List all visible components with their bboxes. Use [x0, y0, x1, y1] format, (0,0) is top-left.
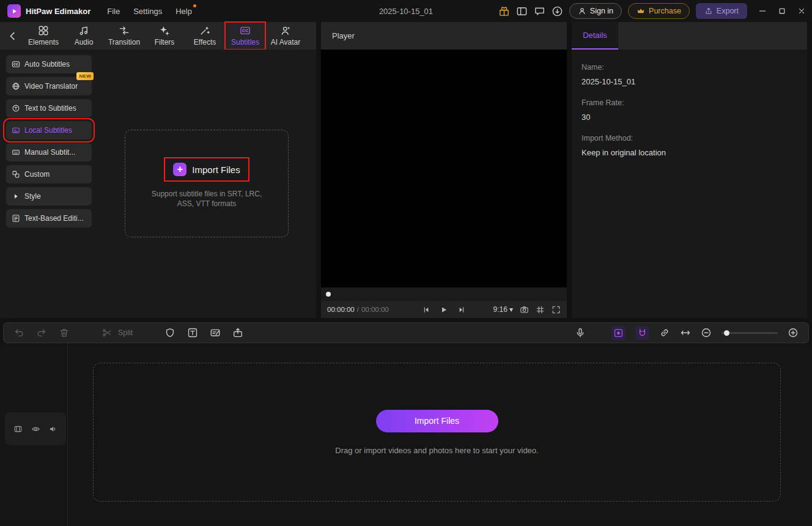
menu-file[interactable]: File	[107, 7, 120, 16]
time-separator: /	[357, 306, 359, 313]
close-button[interactable]	[797, 7, 806, 15]
previous-frame-icon[interactable]	[422, 305, 431, 314]
user-icon	[578, 7, 586, 15]
effects-icon	[199, 25, 210, 36]
sidebar-item-text-based-editing[interactable]: Text-Based Editi...	[6, 209, 92, 228]
sign-in-button[interactable]: Sign in	[569, 3, 622, 19]
play-icon[interactable]	[440, 305, 449, 314]
tab-label: Transition	[108, 38, 140, 46]
text-tool-icon[interactable]	[187, 327, 198, 338]
timeline-area: Import Files Drag or import videos and p…	[0, 343, 812, 526]
import-hint: Support subtitle files in SRT, LRC, ASS,…	[152, 189, 262, 209]
transport-controls	[422, 305, 467, 314]
menu-settings[interactable]: Settings	[133, 7, 162, 16]
auto-subtitles-icon	[12, 60, 20, 69]
mask-icon[interactable]	[164, 327, 175, 338]
next-frame-icon[interactable]	[457, 305, 467, 314]
tab-subtitles[interactable]: Subtitles	[225, 22, 265, 50]
sidebar-item-label: Manual Subtit...	[24, 148, 75, 157]
player-seekbar[interactable]	[321, 287, 567, 301]
sidebar-item-custom[interactable]: Custom	[6, 165, 92, 183]
titlebar-actions: Sign in Purchase Export	[498, 0, 806, 22]
subtitle-import-dropzone[interactable]: + Import Files Support subtitle files in…	[125, 130, 289, 237]
sidebar-item-local-subtitles[interactable]: Local Subtitles	[6, 121, 92, 139]
sidebar-item-text-to-subtitles[interactable]: Text to Subtitles	[6, 99, 92, 117]
media-dropzone[interactable]: Import Files Drag or import videos and p…	[93, 363, 781, 502]
export-label: Export	[717, 7, 739, 15]
split-label: Split	[118, 328, 133, 337]
magnet-icon[interactable]	[635, 326, 649, 340]
zoom-in-icon[interactable]	[788, 327, 799, 338]
seek-handle[interactable]	[326, 292, 331, 297]
sidebar-item-style[interactable]: Style	[6, 187, 92, 206]
snapshot-icon[interactable]	[520, 305, 529, 314]
tab-details[interactable]: Details	[572, 22, 618, 50]
tab-transition[interactable]: Transition	[104, 22, 144, 50]
grid-icon[interactable]	[536, 305, 545, 314]
field-value: 30	[581, 113, 797, 122]
field-name: Name: 2025-10-15_01	[581, 63, 797, 86]
zoom-slider[interactable]	[722, 332, 778, 334]
export-button[interactable]: Export	[696, 3, 747, 19]
redo-icon[interactable]	[36, 327, 47, 338]
keyframe-icon[interactable]	[611, 326, 626, 340]
import-files-button[interactable]: + Import Files	[165, 158, 248, 180]
feedback-icon[interactable]	[534, 6, 545, 17]
app-window: HitPaw Edimakor File Settings Help 2025-…	[0, 0, 812, 526]
tab-label: Subtitles	[231, 38, 259, 46]
app-logo-icon	[7, 4, 21, 18]
sidebar-item-label: Video Translator	[24, 82, 78, 91]
import-files-label: Import Files	[192, 165, 240, 175]
tab-label: Filters	[155, 38, 175, 46]
extract-frame-icon[interactable]	[232, 327, 243, 338]
split-scissors-icon[interactable]	[102, 327, 113, 338]
expander-triangle-icon	[12, 192, 20, 201]
player-controls: 00:00:00/00:00:00 9:16 ▾	[321, 301, 567, 318]
field-label: Frame Rate:	[581, 98, 797, 107]
maximize-button[interactable]	[778, 7, 786, 15]
visibility-icon[interactable]	[31, 424, 40, 434]
purchase-button[interactable]: Purchase	[628, 3, 690, 19]
tab-effects[interactable]: Effects	[185, 22, 225, 50]
track-thumbnail-icon[interactable]	[13, 424, 23, 434]
timeline-import-files-button[interactable]: Import Files	[376, 410, 498, 432]
player-tools: 9:16 ▾	[493, 305, 561, 314]
sidebar-item-manual-subtitles[interactable]: Manual Subtit...	[6, 143, 92, 161]
gift-icon[interactable]	[498, 6, 510, 17]
aspect-ratio-dropdown[interactable]: 9:16 ▾	[493, 305, 513, 314]
sidebar-item-label: Custom	[24, 170, 50, 179]
video-preview[interactable]	[321, 50, 567, 287]
tab-filters[interactable]: Filters	[144, 22, 185, 50]
voiceover-mic-icon[interactable]	[575, 327, 586, 338]
delete-icon[interactable]	[59, 327, 70, 338]
custom-icon	[12, 170, 20, 179]
tab-audio[interactable]: Audio	[64, 22, 104, 50]
mute-speaker-icon[interactable]	[48, 424, 57, 434]
subtitle-edit-icon[interactable]	[210, 327, 221, 338]
tab-label: Effects	[194, 38, 216, 46]
time-display: 00:00:00/00:00:00	[327, 306, 389, 313]
minimize-button[interactable]	[758, 7, 767, 15]
fit-timeline-icon[interactable]	[680, 327, 691, 338]
tab-ai-avatar[interactable]: AI Avatar	[265, 22, 306, 50]
text-to-subtitles-icon	[12, 104, 20, 113]
layout-panels-icon[interactable]	[516, 6, 528, 17]
back-icon[interactable]	[7, 31, 18, 42]
zoom-out-icon[interactable]	[701, 327, 712, 338]
titlebar: HitPaw Edimakor File Settings Help 2025-…	[0, 0, 812, 22]
link-icon[interactable]	[659, 327, 670, 338]
sidebar-item-auto-subtitles[interactable]: Auto Subtitles	[6, 55, 92, 73]
tab-elements[interactable]: Elements	[23, 22, 64, 50]
tab-label: Elements	[28, 38, 59, 46]
zoom-slider-handle[interactable]	[724, 330, 729, 336]
plus-glyph: +	[177, 165, 183, 174]
details-tab-label: Details	[583, 31, 607, 40]
notification-dot	[193, 4, 196, 7]
fullscreen-icon[interactable]	[552, 305, 561, 314]
elements-icon	[38, 25, 49, 36]
undo-icon[interactable]	[13, 327, 24, 338]
menu-help[interactable]: Help	[175, 7, 192, 16]
download-icon[interactable]	[552, 6, 563, 17]
sidebar-item-video-translator[interactable]: Video Translator NEW	[6, 77, 92, 95]
subtitles-icon	[240, 25, 251, 36]
